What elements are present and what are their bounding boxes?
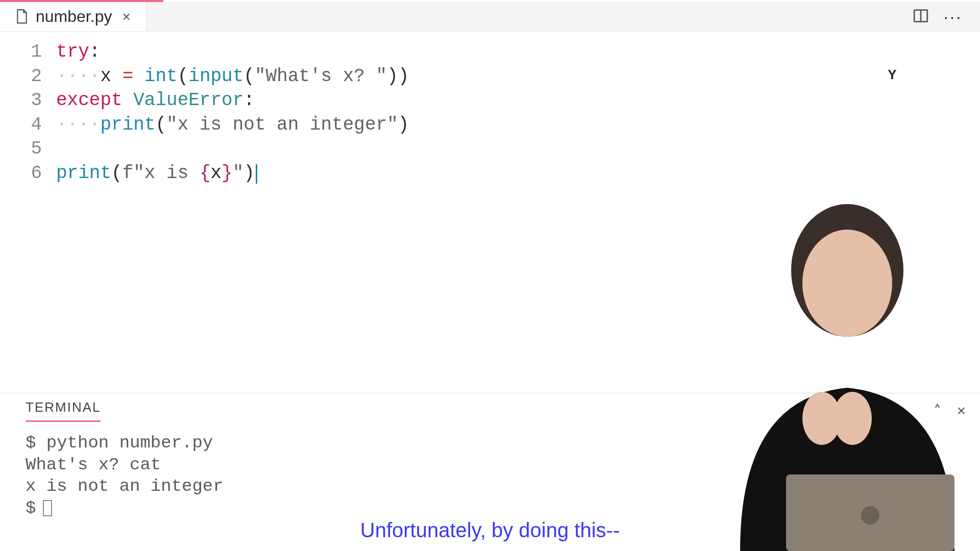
line-number: 1 bbox=[0, 40, 56, 64]
app-window: number.py × ··· 1try:2····x = int(input(… bbox=[0, 0, 980, 551]
line-number: 2 bbox=[0, 64, 56, 89]
terminal-cursor bbox=[43, 500, 52, 516]
line-number: 6 bbox=[0, 161, 56, 186]
code-line: 4····print("x is not an integer") bbox=[0, 113, 980, 137]
terminal-prompt-row: $ bbox=[26, 497, 954, 519]
video-caption: Unfortunately, by doing this-- bbox=[0, 519, 980, 542]
tab-close-button[interactable]: × bbox=[119, 9, 133, 25]
line-number: 4 bbox=[0, 113, 56, 137]
terminal-output[interactable]: $ python number.py What's x? cat x is no… bbox=[0, 422, 980, 529]
terminal-close-icon[interactable]: × bbox=[957, 402, 966, 419]
code-text[interactable]: try: bbox=[56, 40, 100, 64]
code-line: 1try: bbox=[0, 40, 980, 64]
code-line: 3except ValueError: bbox=[0, 88, 980, 113]
code-text[interactable]: except ValueError: bbox=[56, 88, 255, 113]
terminal-prompt: $ bbox=[26, 497, 36, 519]
more-actions-icon[interactable]: ··· bbox=[944, 9, 963, 24]
terminal-line: x is not an integer bbox=[26, 475, 954, 497]
terminal-line: What's x? cat bbox=[26, 454, 954, 476]
code-line: 5 bbox=[0, 137, 980, 161]
file-icon bbox=[15, 9, 29, 25]
split-editor-icon[interactable] bbox=[912, 7, 929, 27]
tab-bar: number.py × ··· bbox=[0, 2, 980, 32]
code-text[interactable]: print(f"x is {x}") bbox=[56, 161, 257, 186]
service-badge[interactable]: Y bbox=[878, 60, 906, 89]
line-number: 3 bbox=[0, 88, 56, 113]
badge-glyph: Y bbox=[888, 67, 896, 83]
code-text[interactable]: ····x = int(input("What's x? ")) bbox=[56, 64, 409, 89]
tab-filename: number.py bbox=[36, 7, 112, 26]
editor-cursor bbox=[256, 164, 257, 184]
code-editor[interactable]: 1try:2····x = int(input("What's x? "))3e… bbox=[0, 32, 980, 393]
tab-bar-actions: ··· bbox=[912, 7, 980, 27]
code-lines: 1try:2····x = int(input("What's x? "))3e… bbox=[0, 40, 980, 185]
code-line: 6print(f"x is {x}") bbox=[0, 161, 980, 186]
line-number: 5 bbox=[0, 137, 56, 161]
code-line: 2····x = int(input("What's x? ")) bbox=[0, 64, 980, 89]
terminal-collapse-icon[interactable]: ˄ bbox=[934, 402, 941, 420]
terminal-tab[interactable]: TERMINAL bbox=[26, 399, 101, 422]
terminal-line: $ python number.py bbox=[26, 432, 954, 454]
code-text[interactable]: ····print("x is not an integer") bbox=[56, 113, 409, 137]
terminal-tabs: TERMINAL ˄ × bbox=[0, 393, 980, 422]
terminal-actions: ˄ × bbox=[934, 402, 966, 420]
file-tab[interactable]: number.py × bbox=[0, 2, 146, 31]
